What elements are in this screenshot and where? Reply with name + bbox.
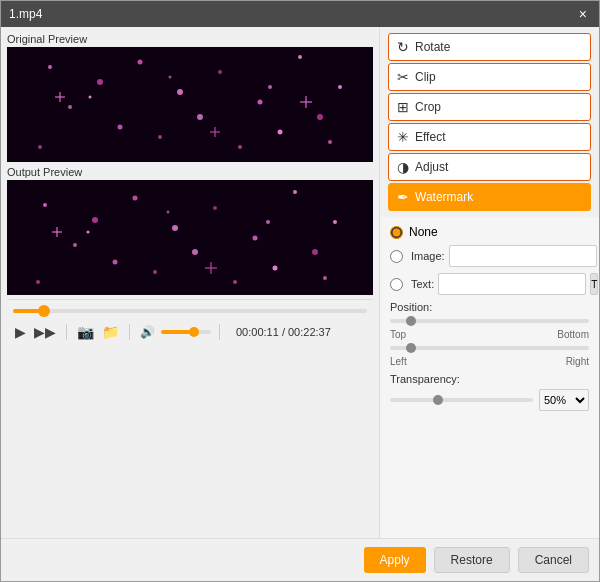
svg-point-31 (133, 196, 138, 201)
window-title: 1.mp4 (9, 7, 42, 21)
right-label: Right (566, 356, 589, 367)
separator-1 (66, 324, 67, 340)
original-preview-section: Original Preview (7, 33, 373, 162)
transparency-thumb[interactable] (433, 395, 443, 405)
controls-bar: ▶ ▶▶ 📷 📁 🔊 00:00:11 / 0 (7, 299, 373, 346)
top-bottom-thumb[interactable] (406, 316, 416, 326)
image-field-row: Image: ... (390, 245, 589, 267)
volume-slider[interactable] (161, 330, 211, 334)
adjust-label: Adjust (415, 160, 448, 174)
progress-bar-container[interactable] (13, 304, 367, 318)
progress-track[interactable] (13, 309, 367, 313)
snapshot-button[interactable]: 📷 (75, 322, 96, 342)
time-display: 00:00:11 / 00:22:37 (236, 326, 331, 338)
volume-thumb[interactable] (189, 327, 199, 337)
effect-button[interactable]: ✳ Effect (388, 123, 591, 151)
original-preview-label: Original Preview (7, 33, 373, 45)
output-preview-video (7, 180, 373, 295)
close-button[interactable]: × (575, 6, 591, 22)
watermark-button[interactable]: ✒ Watermark (388, 183, 591, 211)
svg-point-20 (268, 85, 272, 89)
image-radio[interactable] (390, 250, 403, 263)
clip-icon: ✂ (397, 69, 409, 85)
rotate-label: Rotate (415, 40, 450, 54)
progress-thumb[interactable] (38, 305, 50, 317)
none-radio-row: None (390, 225, 589, 239)
svg-point-35 (293, 190, 297, 194)
crop-button[interactable]: ⊞ Crop (388, 93, 591, 121)
crop-label: Crop (415, 100, 441, 114)
output-preview-section: Output Preview (7, 166, 373, 295)
left-right-track[interactable] (390, 346, 589, 350)
watermark-label: Watermark (415, 190, 473, 204)
output-stars (7, 180, 373, 295)
svg-point-7 (258, 100, 263, 105)
crop-icon: ⊞ (397, 99, 409, 115)
controls-row: ▶ ▶▶ 📷 📁 🔊 00:00:11 / 0 (13, 322, 367, 342)
svg-point-11 (118, 125, 123, 130)
svg-point-17 (38, 145, 42, 149)
svg-point-16 (328, 140, 332, 144)
svg-point-12 (158, 135, 162, 139)
right-panel: ↻ Rotate ✂ Clip ⊞ Crop ✳ Effect ◑ Adju (379, 27, 599, 538)
svg-point-5 (177, 89, 183, 95)
none-label: None (409, 225, 438, 239)
text-field-row: Text: T ▦ (390, 273, 589, 295)
transparency-row: 50% (390, 389, 589, 411)
svg-point-19 (169, 76, 172, 79)
svg-point-40 (192, 249, 198, 255)
svg-point-32 (172, 225, 178, 231)
cancel-button[interactable]: Cancel (518, 547, 589, 573)
svg-point-2 (97, 79, 103, 85)
left-right-thumb[interactable] (406, 343, 416, 353)
tool-buttons: ↻ Rotate ✂ Clip ⊞ Crop ✳ Effect ◑ Adju (380, 27, 599, 217)
top-bottom-track[interactable] (390, 319, 589, 323)
rotate-button[interactable]: ↻ Rotate (388, 33, 591, 61)
svg-point-41 (233, 280, 237, 284)
none-radio[interactable] (390, 226, 403, 239)
time-separator: / (279, 326, 288, 338)
watermark-icon: ✒ (397, 189, 409, 205)
text-radio[interactable] (390, 278, 403, 291)
bottom-label: Bottom (557, 329, 589, 340)
apply-button[interactable]: Apply (364, 547, 426, 573)
svg-point-43 (323, 276, 327, 280)
svg-point-34 (253, 236, 258, 241)
bottom-bar: Apply Restore Cancel (1, 538, 599, 581)
svg-point-38 (113, 260, 118, 265)
svg-point-6 (218, 70, 222, 74)
svg-point-37 (333, 220, 337, 224)
volume-fill (161, 330, 191, 334)
transparency-select[interactable]: 50% (539, 389, 589, 411)
transparency-label: Transparency: (390, 373, 589, 385)
svg-point-39 (153, 270, 157, 274)
svg-point-36 (312, 249, 318, 255)
image-input[interactable] (449, 245, 597, 267)
mute-button[interactable]: 🔊 (138, 323, 157, 341)
svg-point-46 (167, 211, 170, 214)
svg-rect-0 (20, 47, 360, 162)
text-input[interactable] (438, 273, 586, 295)
svg-point-15 (278, 130, 283, 135)
fast-forward-button[interactable]: ▶▶ (32, 322, 58, 342)
image-field-label: Image: (411, 250, 445, 262)
original-stars (7, 47, 373, 162)
folder-button[interactable]: 📁 (100, 322, 121, 342)
time-current: 00:00:11 (236, 326, 279, 338)
play-button[interactable]: ▶ (13, 322, 28, 342)
svg-point-47 (266, 220, 270, 224)
clip-button[interactable]: ✂ Clip (388, 63, 591, 91)
text-format-button[interactable]: T (590, 273, 598, 295)
svg-point-29 (92, 217, 98, 223)
svg-point-33 (213, 206, 217, 210)
svg-rect-27 (20, 180, 360, 295)
main-window: 1.mp4 × Original Preview (0, 0, 600, 582)
restore-button[interactable]: Restore (434, 547, 510, 573)
separator-3 (219, 324, 220, 340)
time-total: 00:22:37 (288, 326, 331, 338)
svg-point-9 (317, 114, 323, 120)
separator-2 (129, 324, 130, 340)
transparency-slider[interactable] (390, 398, 533, 402)
svg-point-10 (338, 85, 342, 89)
adjust-button[interactable]: ◑ Adjust (388, 153, 591, 181)
